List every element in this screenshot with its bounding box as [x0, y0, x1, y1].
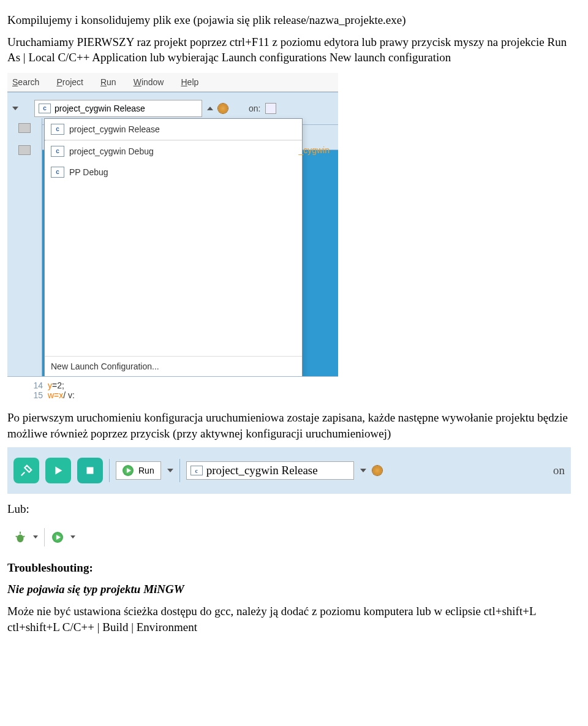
toolbar-separator — [109, 459, 110, 482]
screenshot-launch-config: Search Project Run Window Help c project… — [7, 73, 338, 404]
menu-help[interactable]: Help — [181, 77, 198, 87]
launch-config-combo-label: project_cygwin Release — [206, 464, 318, 477]
new-launch-config-item[interactable]: New Launch Configuration... — [45, 356, 302, 376]
run-mode-combo[interactable]: Run — [116, 461, 161, 480]
run-mode-label: Run — [138, 466, 154, 475]
launch-config-item[interactable]: c project_cygwin Debug — [45, 141, 302, 162]
menu-window[interactable]: Window — [134, 77, 164, 87]
label-lub: Lub: — [7, 501, 581, 517]
chevron-down-icon[interactable] — [33, 535, 38, 539]
launch-config-dropdown: c project_cygwin Release c project_cygwi… — [44, 118, 303, 377]
target-icon[interactable] — [265, 103, 276, 114]
troubleshooting-subheading: Nie pojawia się typ projektu MiNGW — [7, 581, 581, 597]
eclipse-menubar: Search Project Run Window Help — [7, 73, 338, 92]
launch-config-item[interactable]: c PP Debug — [45, 162, 302, 183]
c-project-icon: c — [190, 466, 203, 475]
gear-icon[interactable] — [218, 104, 228, 113]
editor-gutter — [7, 118, 42, 404]
toolbar-separator — [44, 528, 45, 546]
screenshot-debug-run-icons — [7, 523, 93, 551]
gutter-icon-1[interactable] — [18, 123, 31, 133]
run-button[interactable] — [51, 531, 64, 544]
code-token: y — [48, 380, 52, 390]
on-label: on: — [249, 104, 260, 113]
launch-config-item-label: PP Debug — [69, 167, 108, 177]
code-token: =2; — [52, 380, 64, 390]
chevron-down-icon[interactable] — [360, 469, 366, 472]
background-text-fragment: _cygwin — [298, 145, 330, 155]
launch-config-combo[interactable]: c project_cygwin Release — [186, 461, 354, 480]
chevron-up-icon[interactable] — [207, 107, 213, 110]
launch-config-item-label: project_cygwin Release — [69, 124, 160, 134]
menu-run[interactable]: Run — [100, 77, 116, 87]
svg-point-2 — [17, 534, 24, 542]
debug-button[interactable] — [13, 531, 27, 544]
line-number: 15 — [7, 390, 48, 400]
c-project-icon: c — [39, 104, 51, 113]
toolbar-separator — [179, 459, 180, 482]
svg-rect-1 — [87, 467, 94, 474]
launch-config-item-label: project_cygwin Debug — [69, 146, 154, 156]
code-token: / v: — [63, 390, 75, 400]
chevron-down-icon[interactable] — [12, 107, 18, 110]
svg-marker-0 — [55, 467, 62, 475]
c-project-icon: c — [51, 124, 64, 135]
line-number: 14 — [7, 380, 48, 390]
chevron-down-icon[interactable] — [70, 535, 75, 539]
paragraph-first-run: Uruchamiamy PIERWSZY raz projekt poprzez… — [7, 34, 581, 66]
c-project-icon: c — [51, 167, 64, 178]
stop-button[interactable] — [77, 458, 103, 483]
launch-config-item[interactable]: c project_cygwin Release — [45, 119, 302, 140]
launch-config-combo[interactable]: c project_cygwin Release — [34, 100, 202, 117]
play-icon — [52, 532, 63, 543]
run-button[interactable] — [45, 458, 71, 483]
play-icon — [123, 465, 134, 476]
editor-lines: 14 y =2; 15 w=x / v: — [7, 376, 338, 404]
gutter-icon-2[interactable] — [18, 145, 31, 155]
build-button[interactable] — [13, 458, 39, 483]
paragraph-after-first-run: Po pierwszym uruchomieniu konfiguracja u… — [7, 410, 581, 441]
c-project-icon: c — [51, 146, 64, 157]
troubleshooting-heading: Troubleshouting: — [7, 560, 581, 576]
launch-config-combo-label: project_cygwin Release — [55, 104, 145, 113]
menu-project[interactable]: Project — [56, 77, 83, 87]
troubleshooting-text: Może nie być ustawiona ścieżka dostępu d… — [7, 603, 581, 635]
gear-icon[interactable] — [372, 466, 382, 475]
chevron-down-icon[interactable] — [167, 469, 173, 472]
screenshot-run-toolbar: Run c project_cygwin Release on — [7, 447, 571, 494]
code-token: w=x — [48, 390, 63, 400]
paragraph-compile: Kompilujemy i konsolidujemy plik exe (po… — [7, 12, 581, 28]
menu-search[interactable]: Search — [12, 77, 39, 87]
on-label: on — [553, 464, 565, 477]
